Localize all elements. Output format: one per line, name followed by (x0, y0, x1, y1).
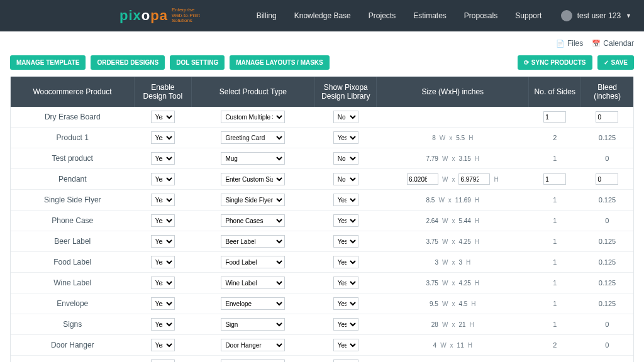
bleed-value: 0.125 (599, 134, 616, 141)
product-type-select[interactable]: Enter Custom Size (221, 173, 285, 185)
manage-template-button[interactable]: MANAGE TEMPLATE (10, 55, 86, 70)
product-type-select[interactable]: Envelope (221, 297, 285, 310)
product-type-select[interactable]: Sign (221, 318, 285, 331)
width-value: 3.75 (426, 238, 438, 245)
library-select[interactable]: Yes (333, 277, 358, 289)
enable-select[interactable]: Yes (151, 173, 175, 185)
table-row: Pendant Yes Enter Custom Size No WxH (11, 169, 633, 190)
nav-knowledge-base[interactable]: Knowledge Base (294, 11, 351, 20)
library-select[interactable]: Yes (333, 235, 358, 248)
col-bleed: Bleed (inches) (581, 77, 633, 107)
nav-billing[interactable]: Billing (257, 11, 277, 20)
library-select[interactable]: Yes (333, 131, 358, 144)
logo-text: pixopa (119, 8, 168, 24)
product-name: Wine Label (11, 273, 134, 293)
height-input[interactable] (458, 173, 490, 185)
enable-select[interactable]: Yes (151, 131, 175, 144)
logo-tagline: EnterpriseWeb-to-PrintSolutions (172, 8, 200, 24)
nav-estimates[interactable]: Estimates (413, 11, 447, 20)
height-value: 4.25 (458, 238, 470, 245)
col-size: Size (WxH) inches (377, 77, 529, 107)
width-value: 4 (433, 342, 437, 349)
user-menu[interactable]: test user 123 ▼ (561, 10, 631, 21)
library-select[interactable]: No (333, 111, 358, 123)
enable-select[interactable]: Yes (151, 339, 175, 351)
bleed-value: 0.125 (599, 238, 616, 245)
library-select[interactable]: Yes (333, 318, 358, 331)
enable-select[interactable]: Yes (151, 214, 175, 227)
top-navbar: pixopa EnterpriseWeb-to-PrintSolutions B… (0, 0, 644, 31)
product-type-select[interactable]: Custom Multiple Sizes (Pick (221, 111, 285, 123)
w-label: W (442, 176, 448, 183)
files-link[interactable]: 📄Files (556, 39, 583, 48)
products-table-wrap: Woocommerce Product Enable Design Tool S… (10, 76, 634, 362)
library-select[interactable]: No (333, 173, 358, 185)
product-type-select[interactable]: Door Hanger (221, 339, 285, 351)
product-name: Phone Case (11, 211, 134, 231)
width-value: 3.75 (426, 280, 438, 287)
ordered-designs-button[interactable]: ORDERED DESIGNS (91, 55, 165, 70)
enable-select[interactable]: Yes (151, 256, 175, 268)
bleed-input[interactable] (596, 173, 618, 185)
library-select[interactable]: Yes (333, 359, 358, 362)
sides-input[interactable] (543, 173, 566, 185)
products-table: Woocommerce Product Enable Design Tool S… (11, 77, 633, 362)
sides-value: 1 (553, 300, 557, 307)
height-value: 5.5 (456, 134, 465, 141)
toolbar: MANAGE TEMPLATE ORDERED DESIGNS DOL SETT… (5, 53, 639, 76)
library-select[interactable]: Yes (333, 297, 358, 310)
library-select[interactable]: Yes (333, 339, 358, 351)
library-select[interactable]: Yes (333, 194, 358, 206)
save-button[interactable]: ✓SAVE (597, 55, 635, 70)
library-select[interactable]: No (333, 152, 358, 165)
enable-select[interactable]: Yes (151, 194, 175, 206)
width-input[interactable] (407, 173, 438, 185)
nav-proposals[interactable]: Proposals (464, 11, 497, 20)
logo[interactable]: pixopa EnterpriseWeb-to-PrintSolutions (119, 8, 200, 24)
enable-select[interactable]: Yes (151, 152, 175, 165)
bleed-input[interactable] (596, 111, 618, 123)
height-value: 11 (457, 342, 464, 349)
sync-products-button[interactable]: ⟳SYNC PRODUCTS (518, 55, 592, 70)
table-row: Wine Label Yes Wine Label Yes 3.75Wx4.25… (11, 273, 633, 293)
bleed-value: 0 (605, 155, 609, 162)
col-product: Woocommerce Product (11, 77, 134, 107)
product-name: Cap (11, 356, 134, 363)
product-type-select[interactable]: Single Side Flyer (221, 194, 285, 206)
sides-value: 1 (553, 238, 557, 245)
nav-projects[interactable]: Projects (369, 11, 396, 20)
product-type-select[interactable]: Greeting Card (221, 131, 285, 144)
enable-select[interactable]: Yes (151, 318, 175, 331)
product-name: Product 1 (11, 128, 134, 148)
product-type-select[interactable]: Cap (221, 359, 285, 362)
product-type-select[interactable]: Mug (221, 152, 285, 165)
width-value: 8.5 (426, 197, 435, 204)
enable-select[interactable]: Yes (151, 111, 175, 123)
product-type-select[interactable]: Phone Cases (221, 214, 285, 227)
avatar-icon (561, 10, 572, 21)
nav-support[interactable]: Support (515, 11, 541, 20)
sides-value: 2 (553, 341, 557, 349)
height-value: 11.69 (455, 197, 471, 204)
library-select[interactable]: Yes (333, 214, 358, 227)
product-type-select[interactable]: Food Label (221, 256, 285, 268)
calendar-icon: 📅 (592, 40, 601, 48)
height-value: 21 (458, 321, 465, 328)
product-name: Dry Erase Board (11, 107, 134, 128)
main-nav: Billing Knowledge Base Projects Estimate… (257, 11, 542, 20)
dol-setting-button[interactable]: DOL SETTING (170, 55, 225, 70)
enable-select[interactable]: Yes (151, 277, 175, 289)
calendar-link[interactable]: 📅Calendar (592, 39, 634, 48)
sides-input[interactable] (543, 111, 566, 123)
table-row: Dry Erase Board Yes Custom Multiple Size… (11, 107, 633, 128)
page-quick-links: 📄Files 📅Calendar (5, 31, 639, 53)
height-value: 5.44 (458, 217, 470, 224)
enable-select[interactable]: Yes (151, 235, 175, 248)
enable-select[interactable]: Yes (151, 297, 175, 310)
product-type-select[interactable]: Beer Label (221, 235, 285, 248)
product-type-select[interactable]: Wine Label (221, 277, 285, 289)
height-value: 3.15 (458, 155, 470, 162)
library-select[interactable]: Yes (333, 256, 358, 268)
enable-select[interactable]: Yes (151, 359, 175, 362)
manage-layouts-button[interactable]: MANAGE LAYOUTS / MASKS (230, 55, 330, 70)
